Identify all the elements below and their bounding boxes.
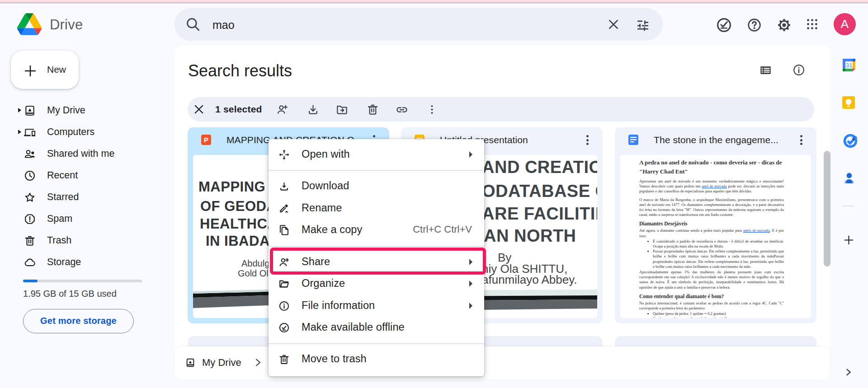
svg-text:31: 31 (845, 62, 852, 69)
